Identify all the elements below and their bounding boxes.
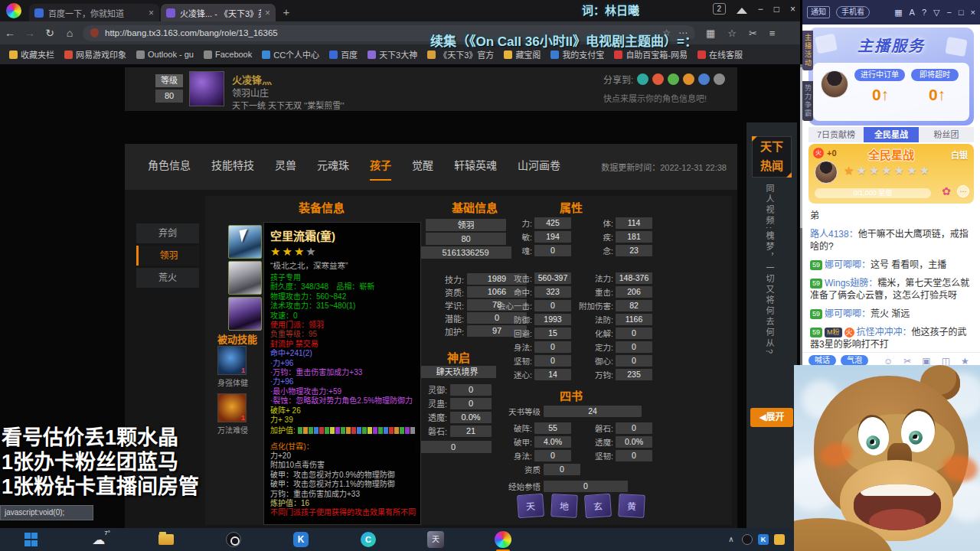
side-menu-item[interactable]: 弃剑 <box>136 223 199 243</box>
taskbar-weather-widget[interactable]: ☁7° <box>89 530 109 549</box>
home-icon[interactable]: ⌂ <box>60 27 80 39</box>
chat-action-button[interactable]: 喊话 <box>808 355 836 366</box>
cc-titlebar-icon[interactable]: ▽ <box>933 8 939 18</box>
cc-tab[interactable]: 粉丝团 <box>919 127 974 142</box>
page-tab[interactable]: 孩子 <box>370 157 391 181</box>
taskbar-browser-icon[interactable] <box>493 530 513 549</box>
cc-side-tab[interactable]: 主播活动 <box>802 31 813 70</box>
browser-tab[interactable]: 火凌锋... - 《天下3》英雄榜× <box>161 4 276 21</box>
share-icon[interactable] <box>698 73 710 85</box>
chat-username[interactable]: 抗怪冲冲冲： <box>857 327 912 337</box>
tab-count-badge[interactable]: 2 <box>713 3 726 15</box>
chat-message-list[interactable]: 弟路人4138：他干嘛不出大鹰项链，戒指啥的?59娜可唧唧：这号 看看呗，主播5… <box>802 204 980 352</box>
chat-action-button[interactable]: 气泡 <box>841 355 868 366</box>
page-tab[interactable]: 元魂珠 <box>317 157 349 181</box>
browser-logo-icon[interactable] <box>6 3 21 18</box>
page-tab[interactable]: 技能特技 <box>211 157 254 181</box>
close-button[interactable]: × <box>790 4 795 15</box>
menu-icon[interactable]: ≡ <box>769 28 776 39</box>
screenshot-scissors-icon[interactable]: ✂ <box>749 28 757 39</box>
bookmark-item[interactable]: 在线客服 <box>697 48 743 60</box>
side-menu-item[interactable]: 领羽 <box>136 246 199 266</box>
hot-news-item[interactable]: 同人视频:槐梦，一切又将何去何从? <box>763 184 776 436</box>
cc-titlebar-icon[interactable]: □ <box>959 8 964 18</box>
bookmark-item[interactable]: 藏宝阁 <box>504 48 541 60</box>
anchor-service-banner[interactable]: 主播服务 进行中订单 即将超时 0↑ 0↑ <box>808 28 974 126</box>
share-icon[interactable] <box>637 73 648 85</box>
bookmark-item[interactable]: Outlook - gu <box>136 50 194 59</box>
page-tab[interactable]: 灵兽 <box>275 157 296 181</box>
taskbar-obs-icon[interactable] <box>224 530 243 549</box>
apps-grid-icon[interactable]: ▦ <box>706 28 715 39</box>
chat-username[interactable]: 路人4138： <box>810 229 858 240</box>
forward-icon[interactable]: → <box>20 27 40 39</box>
cc-titlebar-icon[interactable]: ▦ <box>894 8 902 18</box>
side-menu-item[interactable]: 荒火 <box>136 268 199 288</box>
tianshu-book-icon[interactable]: 玄 <box>584 494 612 518</box>
cc-titlebar-icon[interactable]: × <box>971 8 975 18</box>
share-icon[interactable] <box>714 73 725 85</box>
refresh-icon[interactable]: ↻ <box>40 27 60 39</box>
equipment-section-title: 装备信息 <box>230 199 413 215</box>
taskbar-k-app-icon[interactable]: K <box>291 530 311 549</box>
chat-username[interactable]: Wings翅膀： <box>825 278 877 289</box>
expiring-orders-badge[interactable]: 即将超时 <box>911 69 959 81</box>
flower-icon[interactable]: ✿ <box>942 185 951 197</box>
maximize-button[interactable]: □ <box>774 4 779 15</box>
bookmark-item[interactable]: 我的支付宝 <box>550 48 604 60</box>
cc-side-tab[interactable]: 势力争霸 <box>802 81 813 121</box>
cc-titlebar-icon[interactable]: − <box>946 8 951 18</box>
bookmark-item[interactable]: 网易游戏印象 <box>64 48 126 60</box>
tray-chevron-icon[interactable]: ∧ <box>726 534 737 545</box>
taskbar-cc-icon[interactable]: C <box>358 530 378 549</box>
bookmark-item[interactable]: 天下3大神 <box>368 48 417 60</box>
tianshu-book-icon[interactable]: 黄 <box>618 494 645 518</box>
cc-notice-button[interactable]: 通知 <box>807 6 830 18</box>
tray-gold-icon[interactable] <box>774 534 785 545</box>
passive-skill[interactable]: 1身强体健 <box>217 346 248 388</box>
site-security-icon[interactable] <box>90 28 99 37</box>
tab-close-icon[interactable]: × <box>265 8 270 18</box>
new-tab-button[interactable]: + <box>277 4 296 21</box>
hot-news-title[interactable]: 天下热闻 <box>752 136 792 178</box>
back-icon[interactable]: ← <box>0 27 20 39</box>
page-tab[interactable]: 觉醒 <box>412 157 433 181</box>
tianshu-book-icon[interactable]: 天 <box>517 494 544 518</box>
cc-tab[interactable]: 全民星战 <box>864 127 919 142</box>
taskbar-start-button[interactable] <box>21 530 41 549</box>
taskbar-game-icon[interactable]: 天 <box>426 530 446 549</box>
page-tab[interactable]: 山河画卷 <box>518 157 560 181</box>
tab-close-icon[interactable]: × <box>149 8 154 18</box>
cc-tab[interactable]: 7日贡献榜 <box>808 127 864 142</box>
share-icon[interactable] <box>668 73 679 85</box>
theme-hanger-icon[interactable] <box>737 8 747 14</box>
bookmark-item[interactable]: Facebook <box>204 50 252 59</box>
tray-k-icon[interactable]: K <box>758 534 769 545</box>
chat-username[interactable]: 娜可唧唧： <box>825 308 871 319</box>
cc-titlebar-icon[interactable]: A <box>910 8 915 18</box>
page-tab[interactable]: 角色信息 <box>148 157 191 181</box>
cc-titlebar-icon[interactable]: ? <box>922 8 926 18</box>
chat-username[interactable]: 娜可唧唧： <box>825 259 871 270</box>
page-tab[interactable]: 轩辕英魂 <box>454 157 497 181</box>
share-icon[interactable] <box>652 73 664 85</box>
minimize-button[interactable]: − <box>758 4 763 15</box>
taskbar-explorer-icon[interactable] <box>156 530 176 549</box>
ongoing-orders-badge[interactable]: 进行中订单 <box>854 69 905 81</box>
tray-obs-icon[interactable] <box>742 534 753 545</box>
share-icon[interactable] <box>683 73 694 85</box>
more-options-icon[interactable]: ⋯ <box>957 185 969 197</box>
passive-skill[interactable]: 1万法难侵 <box>217 393 248 435</box>
browser-tab[interactable]: 百度一下，你就知道× <box>29 4 159 21</box>
favorites-icon[interactable]: ☆ <box>727 28 737 39</box>
bookmark-item[interactable]: 《天下3》官方 <box>427 48 494 60</box>
cc-mobile-view-button[interactable]: 手机看 <box>836 6 870 18</box>
expand-button[interactable]: ◀展开 <box>750 408 793 427</box>
tianshu-book-icon[interactable]: 地 <box>550 494 578 518</box>
equip-slot-armor[interactable] <box>228 261 262 295</box>
bookmark-item[interactable]: CC个人中心 <box>262 48 319 60</box>
bookmark-item[interactable]: 百度 <box>329 48 358 60</box>
bookmark-item[interactable]: 自助百宝箱-网易 <box>614 48 688 60</box>
equip-slot-boots[interactable] <box>228 297 262 331</box>
bookmark-item[interactable]: 收藏夹栏 <box>9 48 54 60</box>
